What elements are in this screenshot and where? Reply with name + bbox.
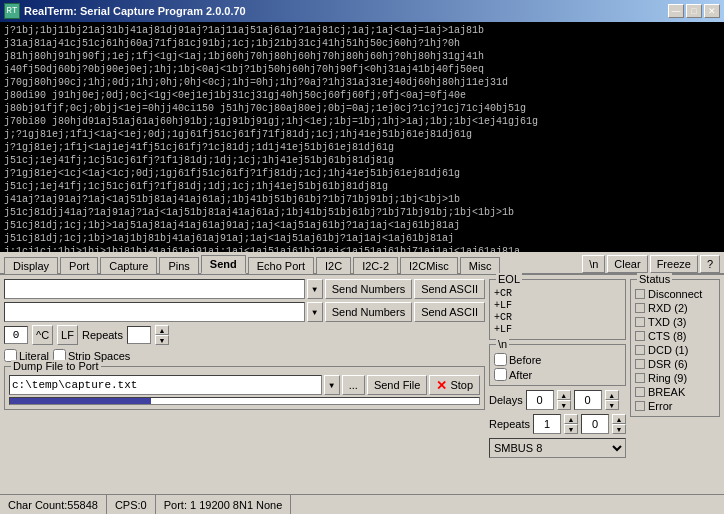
tab-display[interactable]: Display	[4, 257, 58, 274]
repeats-label: Repeats	[82, 329, 123, 341]
tab-i2c[interactable]: I2C	[316, 257, 351, 274]
close-button[interactable]: ✕	[704, 4, 720, 18]
cps-label: CPS:	[115, 499, 141, 511]
status-item: BREAK	[635, 386, 715, 398]
status-item-label: RXD (2)	[648, 302, 688, 314]
send-numbers-button-2[interactable]: Send Numbers	[325, 302, 412, 322]
repeats-up[interactable]: ▲	[155, 325, 169, 335]
status-led	[635, 331, 645, 341]
eol-group: EOL +CR+LF+CR+LF	[489, 279, 626, 340]
status-item: DCD (1)	[635, 344, 715, 356]
before-check-label[interactable]: Before	[494, 353, 621, 366]
delay1-up[interactable]: ▲	[557, 390, 571, 400]
repeats-row: ^C LF Repeats 1 ▲ ▼	[4, 325, 485, 345]
send-row-1: ▼ Send Numbers Send ASCII	[4, 279, 485, 299]
middle-panel: EOL +CR+LF+CR+LF \n Before After	[489, 279, 626, 458]
minimize-button[interactable]: —	[668, 4, 684, 18]
maximize-button[interactable]: □	[686, 4, 702, 18]
delays-label: Delays	[489, 394, 523, 406]
app-icon: RT	[4, 3, 20, 19]
browse-button[interactable]: ...	[342, 375, 365, 395]
repeats-label-2: Repeats	[489, 418, 530, 430]
tab-right-btn-clear[interactable]: Clear	[607, 255, 647, 273]
tab-echo-port[interactable]: Echo Port	[248, 257, 314, 274]
delay1-input[interactable]	[526, 390, 554, 410]
stop-icon: ✕	[436, 378, 447, 393]
port-segment: Port: 1 19200 8N1 None	[156, 495, 292, 514]
tab-pins[interactable]: Pins	[159, 257, 198, 274]
repeats-val2-spinner: ▲ ▼	[612, 414, 626, 434]
send-numbers-button-1[interactable]: Send Numbers	[325, 279, 412, 299]
tab-i2c-2[interactable]: I2C-2	[353, 257, 398, 274]
tab-capture[interactable]: Capture	[100, 257, 157, 274]
send-dropdown-2[interactable]: ▼	[307, 302, 323, 322]
terminal-line: j41aj?1aj91aj?1aj<1aj51bj81aj41aj61aj;1b…	[4, 193, 720, 206]
tab-send[interactable]: Send	[201, 255, 246, 274]
terminal-line: j51cj;1ej41fj;1cj51cj61fj?1fj81dj;1dj;1c…	[4, 180, 720, 193]
dump-path-input[interactable]	[9, 375, 322, 395]
send-ascii-button-2[interactable]: Send ASCII	[414, 302, 485, 322]
repeats-val-up[interactable]: ▲	[564, 414, 578, 424]
delay1-down[interactable]: ▼	[557, 400, 571, 410]
status-item-label: Error	[648, 400, 672, 412]
status-led	[635, 289, 645, 299]
send-file-button[interactable]: Send File	[367, 375, 427, 395]
tab-right-btn-?[interactable]: ?	[700, 255, 720, 273]
delays-row: Delays ▲ ▼ ▲ ▼	[489, 390, 626, 410]
send-dropdown-1[interactable]: ▼	[307, 279, 323, 299]
status-item-label: Disconnect	[648, 288, 702, 300]
delay2-input[interactable]	[574, 390, 602, 410]
terminal-line: j81hj80hj91hj90fj;1ej;1fj<1gj<1aj;1bj60h…	[4, 50, 720, 63]
status-item-label: DCD (1)	[648, 344, 688, 356]
tab-right-btn-freeze[interactable]: Freeze	[650, 255, 698, 273]
lf-button[interactable]: LF	[57, 325, 78, 345]
tab-i2cmisc[interactable]: I2CMisc	[400, 257, 458, 274]
left-panel: ▼ Send Numbers Send ASCII ▼ Send Numbers…	[4, 279, 485, 458]
status-led	[635, 345, 645, 355]
terminal-line: j51cj81dj;1cj;1bj>1aj1bj81bj41aj61aj91aj…	[4, 232, 720, 245]
send-input-1[interactable]	[4, 279, 305, 299]
repeats-down[interactable]: ▼	[155, 335, 169, 345]
after-check-label[interactable]: After	[494, 368, 621, 381]
status-item: RXD (2)	[635, 302, 715, 314]
repeats-val2-up[interactable]: ▲	[612, 414, 626, 424]
terminal-line: j31aj81aj41cj51cj61hj60aj71fj81cj91bj;1c…	[4, 37, 720, 50]
status-led	[635, 387, 645, 397]
dump-dropdown[interactable]: ▼	[324, 375, 340, 395]
send-ascii-button-1[interactable]: Send ASCII	[414, 279, 485, 299]
stop-button[interactable]: ✕ Stop	[429, 375, 480, 395]
ctrl-c-button[interactable]: ^C	[32, 325, 53, 345]
status-item-label: DSR (6)	[648, 358, 688, 370]
terminal-line: j80di90 j91hj0ej;0dj;0cj<1gj<0ej1ej1bj31…	[4, 89, 720, 102]
main-content: ▼ Send Numbers Send ASCII ▼ Send Numbers…	[0, 275, 724, 462]
delay2-spinner: ▲ ▼	[605, 390, 619, 410]
cps-segment: CPS: 0	[107, 495, 156, 514]
delay1-spinner: ▲ ▼	[557, 390, 571, 410]
status-item-label: CTS (8)	[648, 330, 687, 342]
char-count-segment: Char Count: 55848	[0, 495, 107, 514]
send-row-2: ▼ Send Numbers Send ASCII	[4, 302, 485, 322]
tab-port[interactable]: Port	[60, 257, 98, 274]
repeats-input[interactable]: 1	[127, 326, 151, 344]
smbus-select[interactable]: SMBUS 8	[489, 438, 626, 458]
repeats-val-spinner: ▲ ▼	[564, 414, 578, 434]
after-checkbox[interactable]	[494, 368, 507, 381]
repeats-val2-input[interactable]	[581, 414, 609, 434]
repeats-val-down[interactable]: ▼	[564, 424, 578, 434]
repeats-val-input[interactable]	[533, 414, 561, 434]
status-item: DSR (6)	[635, 358, 715, 370]
terminal-line: j80bj91fjf;0cj;0bjj<1ej=0hjj40ci150 j51h…	[4, 102, 720, 115]
terminal-line: j70gj80hj90cj;1hj;0dj;1hj;0hj;0hj<0cj;1h…	[4, 76, 720, 89]
zero-input[interactable]	[4, 326, 28, 344]
tab-right-btn-n[interactable]: \n	[582, 255, 605, 273]
delay2-up[interactable]: ▲	[605, 390, 619, 400]
title-bar: RT RealTerm: Serial Capture Program 2.0.…	[0, 0, 724, 22]
statusbar: Char Count: 55848 CPS: 0 Port: 1 19200 8…	[0, 494, 724, 514]
tab-misc[interactable]: Misc	[460, 257, 501, 274]
repeats-val2-down[interactable]: ▼	[612, 424, 626, 434]
status-led	[635, 317, 645, 327]
send-input-2[interactable]	[4, 302, 305, 322]
delay2-down[interactable]: ▼	[605, 400, 619, 410]
before-checkbox[interactable]	[494, 353, 507, 366]
status-led	[635, 373, 645, 383]
